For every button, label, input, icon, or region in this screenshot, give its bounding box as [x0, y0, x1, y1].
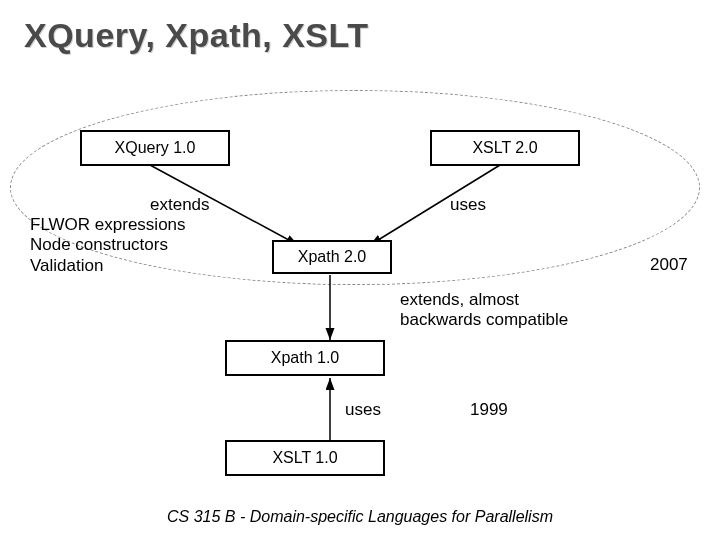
edge-label-xquery-extends: extends [150, 195, 210, 215]
node-xpath20: Xpath 2.0 [272, 240, 392, 274]
node-xpath20-label: Xpath 2.0 [298, 248, 367, 266]
edge-label-xpath-extends: extends, almost backwards compatible [400, 290, 568, 330]
node-xquery10-label: XQuery 1.0 [115, 139, 196, 157]
node-xslt20: XSLT 2.0 [430, 130, 580, 166]
node-xslt20-label: XSLT 2.0 [472, 139, 537, 157]
node-xpath10: Xpath 1.0 [225, 340, 385, 376]
slide-stage: XQuery, Xpath, XSLT XQuery 1.0 XSLT 2.0 … [0, 0, 720, 540]
edge-label-xslt20-uses: uses [450, 195, 486, 215]
slide-footer: CS 315 B - Domain-specific Languages for… [0, 508, 720, 526]
edge-label-xslt10-uses: uses [345, 400, 381, 420]
year-2007: 2007 [650, 255, 688, 275]
slide-title: XQuery, Xpath, XSLT [24, 16, 369, 55]
node-xslt10: XSLT 1.0 [225, 440, 385, 476]
year-1999: 1999 [470, 400, 508, 420]
node-xpath10-label: Xpath 1.0 [271, 349, 340, 367]
node-xquery10: XQuery 1.0 [80, 130, 230, 166]
note-xquery-features: FLWOR expressions Node constructors Vali… [30, 215, 186, 276]
node-xslt10-label: XSLT 1.0 [272, 449, 337, 467]
